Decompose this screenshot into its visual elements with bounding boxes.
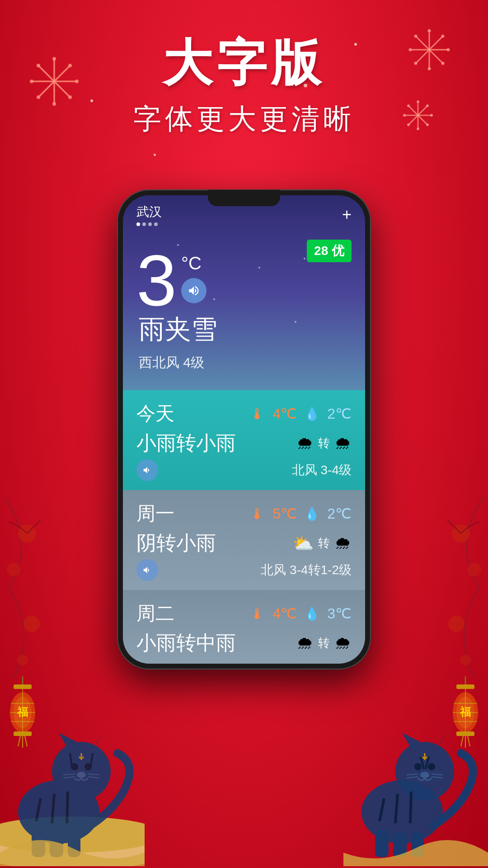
svg-point-105 — [428, 763, 435, 770]
temp-unit-area: °C — [181, 253, 206, 303]
tue-weather-text: 小雨转中雨 — [136, 630, 236, 656]
tue-day-row: 周二 🌡 4℃ 💧 3℃ — [136, 601, 352, 626]
dot-2 — [142, 222, 146, 226]
mon-arrow: 转 — [318, 535, 330, 551]
today-temps: 🌡 4℃ 💧 2℃ — [250, 405, 352, 423]
add-city-button[interactable]: + — [342, 205, 352, 224]
forecast-tuesday: 周二 🌡 4℃ 💧 3℃ 小雨转中雨 🌧 转 � — [123, 590, 365, 664]
mon-low-temp: 2℃ — [327, 505, 352, 522]
temp-unit: °C — [181, 253, 206, 274]
mon-label: 周一 — [136, 501, 174, 526]
phone-notch — [208, 190, 280, 206]
star-3 — [154, 154, 156, 156]
tue-arrow: 转 — [318, 635, 330, 651]
svg-point-104 — [414, 763, 422, 770]
phone-screen: 武汉 + 28 优 — [123, 195, 365, 664]
header-section: 大字版 字体更大更清晰 — [0, 0, 488, 138]
city-info: 武汉 — [136, 203, 162, 226]
today-day-row: 今天 🌡 4℃ 💧 2℃ — [136, 401, 352, 426]
tue-icon-to: 🌧 — [334, 633, 352, 653]
phone-outer-frame: 武汉 + 28 优 — [117, 190, 371, 669]
today-icon-thermometer-high: 🌡 — [250, 405, 265, 423]
tue-icon-thermometer-high: 🌡 — [250, 605, 265, 623]
mon-icon-thermometer-low: 💧 — [304, 506, 320, 521]
svg-point-88 — [77, 772, 86, 778]
tue-label: 周二 — [136, 601, 174, 626]
vine-right — [429, 497, 488, 680]
mon-icon-to: 🌧 — [334, 533, 352, 553]
today-icon-thermometer-low: 💧 — [304, 406, 320, 421]
mon-wind: 北风 3-4转1-2级 — [261, 561, 352, 579]
snow-4 — [295, 321, 296, 323]
sub-title: 字体更大更清晰 — [0, 100, 488, 138]
dot-4 — [154, 222, 158, 226]
svg-rect-62 — [456, 684, 474, 689]
svg-line-100 — [410, 792, 411, 823]
mon-high-temp: 5℃ — [272, 505, 297, 522]
mon-wind-row: 北风 3-4转1-2级 — [136, 559, 352, 585]
svg-rect-49 — [14, 684, 32, 689]
tue-icon-thermometer-low: 💧 — [304, 606, 320, 621]
tiger-left — [0, 694, 145, 868]
forecast-today: 今天 🌡 4℃ 💧 2℃ 小雨转小雨 🌧 转 � — [123, 390, 365, 490]
weather-main-section: 28 优 3 °C 雨夹雪 — [123, 231, 365, 390]
svg-point-113 — [7, 563, 20, 576]
svg-point-95 — [395, 742, 454, 801]
sound-button-main[interactable] — [181, 278, 206, 303]
mon-icon-thermometer-high: 🌡 — [250, 505, 265, 523]
weather-description: 雨夹雪 — [139, 312, 352, 347]
svg-point-106 — [420, 772, 429, 778]
tue-weather-row: 小雨转中雨 🌧 转 🌧 — [136, 630, 352, 664]
today-high-temp: 4℃ — [272, 405, 297, 422]
phone-mockup: 武汉 + 28 优 — [117, 190, 371, 669]
snow-3 — [213, 298, 215, 300]
mon-icon-from: ⛅ — [292, 533, 314, 553]
today-wind-row: 北风 3-4级 — [136, 459, 352, 486]
today-arrow: 转 — [318, 435, 330, 451]
svg-point-114 — [23, 616, 40, 632]
today-weather-icons: 🌧 转 🌧 — [296, 434, 352, 453]
dot-3 — [148, 222, 152, 226]
svg-point-117 — [468, 563, 481, 576]
tue-temps: 🌡 4℃ 💧 3℃ — [250, 605, 352, 623]
svg-line-82 — [67, 792, 68, 823]
tue-low-temp: 3℃ — [327, 605, 352, 622]
today-wind: 北风 3-4级 — [292, 462, 352, 479]
svg-point-119 — [460, 655, 471, 665]
mon-weather-row: 阴转小雨 ⛅ 转 🌧 — [136, 530, 352, 557]
city-name: 武汉 — [136, 203, 162, 221]
today-weather-row: 小雨转小雨 🌧 转 🌧 — [136, 430, 352, 457]
svg-marker-97 — [438, 731, 447, 746]
tue-high-temp: 4℃ — [272, 605, 297, 622]
tue-weather-icons: 🌧 转 🌧 — [296, 633, 352, 653]
svg-point-77 — [52, 742, 111, 801]
snow-2 — [258, 267, 260, 269]
today-weather-text: 小雨转小雨 — [136, 430, 236, 457]
temperature-value: 3 — [136, 244, 177, 316]
svg-point-118 — [448, 616, 465, 632]
snow-5 — [304, 258, 305, 259]
today-sound-button[interactable] — [136, 459, 158, 481]
today-icon-from: 🌧 — [296, 434, 314, 453]
page-dots — [136, 222, 162, 226]
forecast-monday: 周一 🌡 5℃ 💧 2℃ 阴转小雨 ⛅ 转 🌧 — [123, 490, 365, 590]
main-title: 大字版 — [0, 36, 488, 91]
mon-sound-button[interactable] — [136, 559, 158, 581]
tiger-right — [343, 694, 488, 868]
svg-point-115 — [17, 655, 28, 665]
wind-info: 西北风 4级 — [139, 354, 352, 372]
today-label: 今天 — [136, 401, 174, 426]
svg-marker-79 — [95, 731, 104, 746]
today-icon-to: 🌧 — [334, 434, 352, 453]
mon-day-row: 周一 🌡 5℃ 💧 2℃ — [136, 501, 352, 526]
mon-temps: 🌡 5℃ 💧 2℃ — [250, 505, 352, 523]
svg-rect-101 — [375, 830, 389, 857]
bottom-decoration: 福 福 — [0, 687, 488, 868]
dot-1 — [136, 222, 140, 226]
tue-icon-from: 🌧 — [296, 633, 314, 653]
mon-weather-text: 阴转小雨 — [136, 530, 216, 557]
snow-1 — [177, 244, 179, 246]
today-low-temp: 2℃ — [327, 405, 352, 422]
forecast-section: 今天 🌡 4℃ 💧 2℃ 小雨转小雨 🌧 转 � — [123, 390, 365, 664]
aqi-badge: 28 优 — [307, 240, 352, 262]
